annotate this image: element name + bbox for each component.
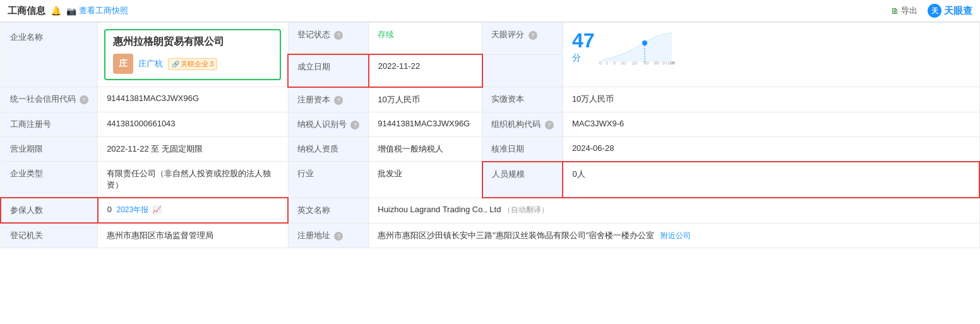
score-chart: 0 1 5 10 25 50 85 97 99 100 — [599, 32, 675, 68]
label-founded-date: 成立日期 — [288, 54, 369, 87]
label-insurance-count: 参保人数 — [1, 198, 98, 223]
label-empty-1 — [482, 54, 563, 87]
label-company-name: 企业名称 — [1, 23, 98, 87]
reg-address-question-icon[interactable]: ? — [334, 232, 343, 241]
top-bar: 工商信息 🔔 📷 查看工商快照 🗎 导出 天 天眼查 — [0, 0, 980, 22]
page-title: 工商信息 — [8, 5, 45, 17]
bell-icon: 🔔 — [51, 6, 61, 16]
company-name-text: 惠州拉格朗贸易有限公司 — [113, 35, 272, 49]
paid-capital-value: 10万人民币 — [563, 87, 979, 112]
status-active-text: 存续 — [378, 30, 394, 39]
tax-id-question-icon[interactable]: ? — [350, 121, 359, 129]
tax-id-value: 91441381MAC3JWX96G — [369, 112, 482, 136]
person-name-link[interactable]: 庄广杭 — [138, 58, 163, 69]
related-enterprise-badge[interactable]: 🔗 关联企业 3 — [168, 58, 217, 70]
label-enterprise-type: 企业类型 — [1, 162, 98, 198]
company-name-wrapper: 惠州拉格朗贸易有限公司 庄 庄广杭 🔗 关联企业 3 — [104, 29, 281, 80]
trend-icon[interactable]: 📈 — [152, 205, 162, 214]
label-tax-id: 纳税人识别号 ? — [288, 112, 369, 136]
taxpayer-qualification-value: 增值税一般纳税人 — [369, 136, 482, 162]
tianyan-score-question-icon[interactable]: ? — [529, 31, 537, 40]
insurance-count-cell: 0 2023年报 📈 — [98, 198, 289, 223]
biz-period-value: 2022-11-22 至 无固定期限 — [98, 136, 289, 162]
approval-date-value: 2024-06-28 — [563, 136, 979, 162]
label-reg-address: 注册地址 ? — [288, 223, 369, 248]
enterprise-type-value: 有限责任公司（非自然人投资或控股的法人独资） — [98, 162, 289, 198]
score-unit: 分 — [572, 52, 595, 64]
reg-capital-question-icon[interactable]: ? — [334, 96, 343, 105]
table-row-biz-period: 营业期限 2022-11-22 至 无固定期限 纳税人资质 增值税一般纳税人 核… — [1, 136, 979, 162]
label-biz-reg-no: 工商注册号 — [1, 112, 98, 136]
english-name-value: Huizhou Lagrand Trading Co., Ltd （自动翻译） — [369, 198, 979, 223]
label-credit-code: 统一社会信用代码 ? — [1, 87, 98, 112]
label-english-name: 英文名称 — [288, 198, 369, 223]
label-headcount: 人员规模 — [482, 162, 563, 198]
industry-value: 批发业 — [369, 162, 482, 198]
headcount-value: 0人 — [563, 162, 979, 198]
company-name-cell: 惠州拉格朗贸易有限公司 庄 庄广杭 🔗 关联企业 3 — [98, 23, 289, 87]
registration-status-cell: 存续 — [369, 23, 482, 55]
org-code-question-icon[interactable]: ? — [545, 121, 554, 129]
score-value: 47 — [572, 29, 595, 52]
excel-icon: 🗎 — [891, 6, 899, 16]
svg-text:0: 0 — [599, 61, 602, 65]
view-snapshot-button[interactable]: 📷 查看工商快照 — [66, 5, 128, 16]
score-chart-svg: 0 1 5 10 25 50 85 97 99 100 — [599, 32, 675, 66]
insurance-count-value: 0 — [107, 205, 112, 214]
label-reg-authority: 登记机关 — [1, 223, 98, 248]
label-taxpayer-qualification: 纳税人资质 — [288, 136, 369, 162]
credit-code-question-icon[interactable]: ? — [80, 95, 88, 104]
label-org-code: 组织机构代码 ? — [482, 112, 563, 136]
nearby-company-link[interactable]: 附近公司 — [660, 231, 691, 240]
table-row-reg-auth: 登记机关 惠州市惠阳区市场监督管理局 注册地址 ? 惠州市惠阳区沙田镇长安中三路… — [1, 223, 979, 248]
auto-translate-label: （自动翻译） — [503, 205, 549, 214]
reg-authority-value: 惠州市惠阳区市场监督管理局 — [98, 223, 289, 248]
score-number-area: 47分 — [572, 29, 595, 64]
company-info-table: 企业名称 惠州拉格朗贸易有限公司 庄 庄广杭 🔗 关联企业 3 — [0, 22, 980, 248]
label-paid-capital: 实缴资本 — [482, 87, 563, 112]
related-icon: 🔗 — [172, 61, 179, 68]
biz-reg-no-value: 441381000661043 — [98, 112, 289, 136]
label-approval-date: 核准日期 — [482, 136, 563, 162]
tianyan-brand-icon: 天 — [928, 4, 941, 18]
table-row-credit-code: 统一社会信用代码 ? 91441381MAC3JWX96G 注册资本 ? 10万… — [1, 87, 979, 112]
report-year-link[interactable]: 2023年报 — [116, 205, 148, 214]
label-industry: 行业 — [288, 162, 369, 198]
founded-date-cell: 2022-11-22 — [369, 54, 482, 87]
reg-address-value: 惠州市惠阳区沙田镇长安中三路"惠阳汉丝装饰品有限公司"宿舍楼一楼办公室 附近公司 — [369, 223, 979, 248]
org-code-value: MAC3JWX9-6 — [563, 112, 979, 136]
credit-code-value: 91441381MAC3JWX96G — [98, 87, 289, 112]
label-biz-period: 营业期限 — [1, 136, 98, 162]
camera-icon: 📷 — [66, 6, 76, 16]
label-registration-status: 登记状态 ? — [288, 23, 369, 55]
tianyan-logo: 天 天眼查 — [928, 4, 972, 18]
registered-capital-value: 10万人民币 — [369, 87, 482, 112]
avatar: 庄 — [113, 54, 133, 74]
question-icon[interactable]: ? — [334, 31, 343, 40]
legal-person-row: 庄 庄广杭 🔗 关联企业 3 — [113, 54, 272, 74]
table-row: 企业名称 惠州拉格朗贸易有限公司 庄 庄广杭 🔗 关联企业 3 — [1, 23, 979, 55]
export-button[interactable]: 🗎 导出 — [891, 5, 917, 16]
tianyan-score-cell: 47分 0 1 5 10 25 50 85 97 — [563, 23, 979, 87]
table-row-enterprise-type: 企业类型 有限责任公司（非自然人投资或控股的法人独资） 行业 批发业 人员规模 … — [1, 162, 979, 198]
label-registered-capital: 注册资本 ? — [288, 87, 369, 112]
table-row-biz-reg: 工商注册号 441381000661043 纳税人识别号 ? 91441381M… — [1, 112, 979, 136]
label-tianyan-score: 天眼评分 ? — [482, 23, 563, 55]
table-row-insurance: 参保人数 0 2023年报 📈 英文名称 Huizhou Lagrand Tra… — [1, 198, 979, 223]
score-section: 47分 0 1 5 10 25 50 85 97 — [572, 29, 971, 68]
